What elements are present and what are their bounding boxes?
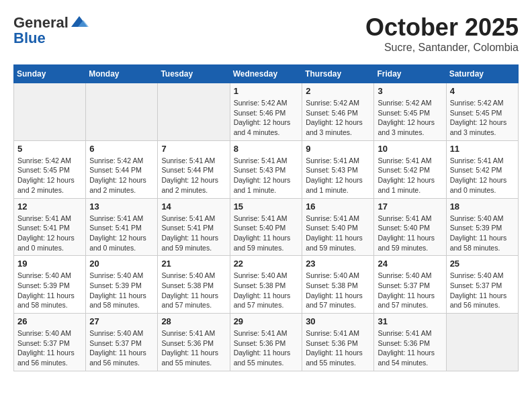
calendar-week-row: 26Sunrise: 5:40 AMSunset: 5:37 PMDayligh…: [14, 314, 519, 371]
calendar-week-row: 19Sunrise: 5:40 AMSunset: 5:39 PMDayligh…: [14, 256, 519, 314]
day-number: 21: [161, 259, 226, 269]
calendar-cell: 22Sunrise: 5:40 AMSunset: 5:38 PMDayligh…: [230, 256, 302, 314]
day-info: Sunrise: 5:41 AMSunset: 5:42 PMDaylight:…: [378, 156, 442, 195]
day-info: Sunrise: 5:41 AMSunset: 5:36 PMDaylight:…: [378, 328, 442, 368]
calendar-cell: 26Sunrise: 5:40 AMSunset: 5:37 PMDayligh…: [14, 314, 86, 371]
calendar-week-row: 12Sunrise: 5:41 AMSunset: 5:41 PMDayligh…: [14, 198, 519, 256]
calendar-cell: 1Sunrise: 5:42 AMSunset: 5:46 PMDaylight…: [230, 83, 302, 141]
day-number: 16: [306, 201, 370, 212]
day-number: 8: [234, 144, 299, 154]
day-info: Sunrise: 5:40 AMSunset: 5:39 PMDaylight:…: [17, 271, 82, 310]
calendar-week-row: 1Sunrise: 5:42 AMSunset: 5:46 PMDaylight…: [14, 83, 519, 141]
day-number: 3: [378, 86, 442, 96]
day-info: Sunrise: 5:40 AMSunset: 5:37 PMDaylight:…: [378, 271, 442, 310]
day-number: 24: [378, 259, 442, 269]
location-subtitle: Sucre, Santander, Colombia: [365, 42, 519, 54]
day-number: 14: [161, 201, 226, 212]
calendar-body: 1Sunrise: 5:42 AMSunset: 5:46 PMDaylight…: [14, 83, 519, 371]
calendar-cell: 13Sunrise: 5:41 AMSunset: 5:41 PMDayligh…: [86, 198, 158, 256]
day-info: Sunrise: 5:40 AMSunset: 5:37 PMDaylight:…: [89, 328, 154, 368]
day-number: 10: [378, 144, 442, 154]
calendar-cell: 16Sunrise: 5:41 AMSunset: 5:40 PMDayligh…: [302, 198, 374, 256]
day-number: 9: [306, 144, 370, 154]
day-number: 29: [234, 316, 299, 326]
day-info: Sunrise: 5:41 AMSunset: 5:41 PMDaylight:…: [161, 214, 226, 253]
calendar-cell: 4Sunrise: 5:42 AMSunset: 5:45 PMDaylight…: [446, 83, 518, 141]
day-info: Sunrise: 5:40 AMSunset: 5:39 PMDaylight:…: [89, 271, 154, 310]
day-number: 4: [450, 86, 515, 96]
day-number: 28: [161, 316, 226, 326]
day-number: 27: [89, 316, 154, 326]
day-number: 2: [306, 86, 370, 96]
calendar-cell: 23Sunrise: 5:40 AMSunset: 5:38 PMDayligh…: [302, 256, 374, 314]
calendar-cell: 10Sunrise: 5:41 AMSunset: 5:42 PMDayligh…: [374, 140, 446, 198]
logo-text: General Blue: [13, 13, 89, 47]
calendar-cell: 25Sunrise: 5:40 AMSunset: 5:37 PMDayligh…: [446, 256, 518, 314]
calendar-cell: [158, 83, 230, 141]
calendar-cell: 20Sunrise: 5:40 AMSunset: 5:39 PMDayligh…: [86, 256, 158, 314]
day-number: 18: [450, 201, 515, 212]
day-info: Sunrise: 5:41 AMSunset: 5:36 PMDaylight:…: [234, 328, 299, 368]
day-number: 11: [450, 144, 515, 154]
day-info: Sunrise: 5:40 AMSunset: 5:38 PMDaylight:…: [306, 271, 370, 310]
day-info: Sunrise: 5:42 AMSunset: 5:46 PMDaylight:…: [234, 98, 299, 138]
calendar-cell: 12Sunrise: 5:41 AMSunset: 5:41 PMDayligh…: [14, 198, 86, 256]
calendar-cell: 14Sunrise: 5:41 AMSunset: 5:41 PMDayligh…: [158, 198, 230, 256]
day-number: 20: [89, 259, 154, 269]
calendar-header: SundayMondayTuesdayWednesdayThursdayFrid…: [14, 65, 519, 83]
page-header: General Blue October 2025 Sucre, Santand…: [13, 13, 519, 54]
calendar-cell: 8Sunrise: 5:41 AMSunset: 5:43 PMDaylight…: [230, 140, 302, 198]
day-number: 17: [378, 201, 442, 212]
day-info: Sunrise: 5:40 AMSunset: 5:37 PMDaylight:…: [450, 271, 515, 310]
header-monday: Monday: [86, 65, 158, 83]
header-sunday: Sunday: [14, 65, 86, 83]
calendar-cell: 29Sunrise: 5:41 AMSunset: 5:36 PMDayligh…: [230, 314, 302, 371]
calendar-cell: 21Sunrise: 5:40 AMSunset: 5:38 PMDayligh…: [158, 256, 230, 314]
day-info: Sunrise: 5:41 AMSunset: 5:44 PMDaylight:…: [161, 156, 226, 195]
day-number: 5: [17, 144, 82, 154]
day-info: Sunrise: 5:42 AMSunset: 5:45 PMDaylight:…: [450, 98, 515, 138]
day-info: Sunrise: 5:41 AMSunset: 5:40 PMDaylight:…: [234, 214, 299, 253]
calendar-cell: 5Sunrise: 5:42 AMSunset: 5:45 PMDaylight…: [14, 140, 86, 198]
calendar-cell: 3Sunrise: 5:42 AMSunset: 5:45 PMDaylight…: [374, 83, 446, 141]
day-info: Sunrise: 5:41 AMSunset: 5:43 PMDaylight:…: [306, 156, 370, 195]
calendar-week-row: 5Sunrise: 5:42 AMSunset: 5:45 PMDaylight…: [14, 140, 519, 198]
calendar-cell: 31Sunrise: 5:41 AMSunset: 5:36 PMDayligh…: [374, 314, 446, 371]
day-number: 23: [306, 259, 370, 269]
header-tuesday: Tuesday: [158, 65, 230, 83]
title-block: October 2025 Sucre, Santander, Colombia: [365, 13, 519, 54]
calendar-cell: 6Sunrise: 5:42 AMSunset: 5:44 PMDaylight…: [86, 140, 158, 198]
day-info: Sunrise: 5:42 AMSunset: 5:45 PMDaylight:…: [17, 156, 82, 195]
day-info: Sunrise: 5:41 AMSunset: 5:41 PMDaylight:…: [17, 214, 82, 253]
day-number: 31: [378, 316, 442, 326]
header-thursday: Thursday: [302, 65, 374, 83]
month-title: October 2025: [365, 13, 519, 42]
logo-icon: [70, 13, 89, 32]
calendar-cell: 7Sunrise: 5:41 AMSunset: 5:44 PMDaylight…: [158, 140, 230, 198]
day-info: Sunrise: 5:41 AMSunset: 5:42 PMDaylight:…: [450, 156, 515, 195]
calendar-cell: [14, 83, 86, 141]
day-number: 30: [306, 316, 370, 326]
calendar-cell: 27Sunrise: 5:40 AMSunset: 5:37 PMDayligh…: [86, 314, 158, 371]
calendar-cell: 19Sunrise: 5:40 AMSunset: 5:39 PMDayligh…: [14, 256, 86, 314]
day-info: Sunrise: 5:42 AMSunset: 5:46 PMDaylight:…: [306, 98, 370, 138]
header-wednesday: Wednesday: [230, 65, 302, 83]
day-info: Sunrise: 5:42 AMSunset: 5:44 PMDaylight:…: [89, 156, 154, 195]
weekday-header-row: SundayMondayTuesdayWednesdayThursdayFrid…: [14, 65, 519, 83]
calendar-cell: [86, 83, 158, 141]
calendar-cell: 11Sunrise: 5:41 AMSunset: 5:42 PMDayligh…: [446, 140, 518, 198]
calendar-table: SundayMondayTuesdayWednesdayThursdayFrid…: [13, 64, 519, 371]
calendar-cell: 18Sunrise: 5:40 AMSunset: 5:39 PMDayligh…: [446, 198, 518, 256]
calendar-cell: 30Sunrise: 5:41 AMSunset: 5:36 PMDayligh…: [302, 314, 374, 371]
day-number: 22: [234, 259, 299, 269]
day-info: Sunrise: 5:41 AMSunset: 5:36 PMDaylight:…: [306, 328, 370, 368]
day-number: 6: [89, 144, 154, 154]
day-info: Sunrise: 5:40 AMSunset: 5:39 PMDaylight:…: [450, 214, 515, 253]
day-number: 25: [450, 259, 515, 269]
calendar-cell: [446, 314, 518, 371]
day-info: Sunrise: 5:42 AMSunset: 5:45 PMDaylight:…: [378, 98, 442, 138]
day-number: 19: [17, 259, 82, 269]
day-number: 1: [234, 86, 299, 96]
day-number: 12: [17, 201, 82, 212]
day-number: 7: [161, 144, 226, 154]
